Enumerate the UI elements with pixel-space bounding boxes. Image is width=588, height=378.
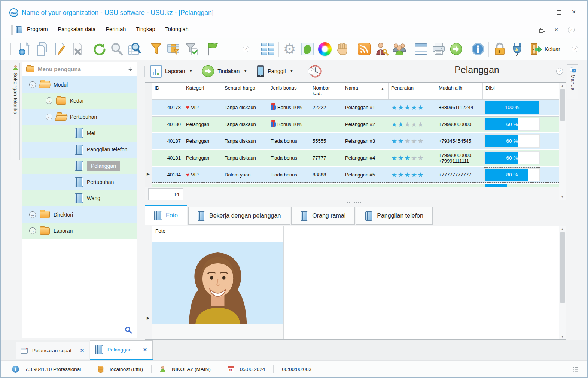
column-header-mudah-alih[interactable]: Mudah alih [436, 83, 483, 99]
export-button[interactable] [447, 40, 465, 58]
close-tab-icon[interactable]: ✕ [143, 347, 147, 353]
hand-button[interactable] [333, 40, 351, 58]
table-vertical-scrollbar[interactable]: ▲ ▼ [559, 83, 566, 200]
tree-item-pelanggan[interactable]: Pelanggan [22, 158, 137, 174]
print-button[interactable] [430, 40, 447, 58]
status-bar: i 7.3.9041.10 Professional localhost (ut… [1, 360, 587, 377]
tab-panggilan-telefon[interactable]: Panggilan telefon [356, 207, 433, 225]
horizontal-splitter[interactable] [347, 202, 362, 203]
column-header-jenis-bonus[interactable]: Jenis bonus [268, 83, 310, 99]
expanded-expander-icon[interactable]: → [46, 114, 52, 120]
menu-program[interactable]: Program [27, 26, 48, 32]
close-button[interactable]: × [571, 8, 577, 16]
users-group-button[interactable] [390, 40, 408, 58]
view-toolbar-overflow-button[interactable]: → [308, 68, 314, 75]
call-menu-button[interactable]: Panggil ▼ [257, 65, 293, 77]
table-row[interactable]: 40181PelangganTanpa diskaunTiada bonus77… [152, 150, 559, 166]
feed-button[interactable] [355, 40, 373, 58]
filter-columns-button[interactable] [165, 40, 182, 58]
tab-foto[interactable]: Foto [145, 205, 187, 225]
search-in-table-button[interactable] [125, 40, 143, 58]
close-tab-icon[interactable]: ✕ [80, 348, 84, 353]
scroll-up-icon[interactable]: ▲ [561, 226, 564, 232]
tab-pelanggan[interactable]: Pelanggan ✕ [90, 340, 153, 359]
maximize-button[interactable] [556, 9, 562, 16]
pin-icon[interactable] [128, 67, 133, 72]
toolbar-overflow-button[interactable]: → [243, 46, 249, 52]
actions-menu-label: Tindakan [217, 68, 240, 74]
column-header-nombor-kad[interactable]: Nombor kad. [310, 83, 342, 99]
info-button[interactable] [469, 40, 487, 58]
column-header-id[interactable]: ID [152, 83, 183, 99]
delete-record-button[interactable] [68, 40, 86, 58]
mdi-close-button[interactable]: × [555, 28, 558, 32]
table-view-button[interactable] [412, 40, 430, 58]
tab-pelancaran-cepat[interactable]: Pelancaran cepat ✕ [16, 342, 89, 359]
layout-grid-button[interactable] [259, 40, 277, 58]
tree-item-mel[interactable]: Mel [22, 125, 137, 141]
support-side-tab[interactable]: Sokongan teknikal [11, 63, 20, 160]
tree-item-kedai[interactable]: →Kedai [22, 93, 137, 109]
menu-tingkap[interactable]: Tingkap [136, 26, 155, 32]
toolbar-overflow-right-button[interactable]: → [572, 46, 578, 52]
table-row[interactable]: 40180PelangganTanpa diskaunBonus 10%Pela… [152, 116, 559, 132]
lock-button[interactable] [491, 40, 508, 58]
connection-button[interactable] [508, 40, 526, 58]
view-overflow-right-button[interactable]: → [556, 68, 563, 75]
menu-overflow-button[interactable]: → [568, 27, 575, 33]
scrollbar-thumb[interactable] [560, 89, 565, 121]
tab-orang-ramai[interactable]: Orang ramai [291, 207, 355, 225]
expanded-expander-icon[interactable]: → [29, 81, 36, 88]
column-header-diisi[interactable]: Diisi [483, 83, 541, 99]
map-button[interactable] [298, 40, 316, 58]
column-header-nama[interactable]: Nama▲ [342, 83, 389, 99]
scroll-down-icon[interactable]: ▼ [561, 194, 564, 200]
exit-button[interactable]: Keluar [528, 42, 560, 56]
mdi-restore-button[interactable] [540, 28, 545, 32]
version-info-icon[interactable]: i [12, 366, 19, 373]
menu-perintah[interactable]: Perintah [106, 26, 126, 32]
filter-button[interactable] [147, 40, 165, 58]
tree-item-laporan[interactable]: →Laporan [22, 223, 137, 239]
tree-item-modul[interactable]: →Modul [22, 76, 137, 93]
scroll-up-icon[interactable]: ▲ [561, 83, 564, 89]
table-row[interactable]: 40184♥VIPDalam yuanTiada bonus88888Pelan… [152, 167, 559, 183]
column-header-kategori[interactable]: Kategori [183, 83, 222, 99]
tree-item-panggilan-telefon[interactable]: Panggilan telefon. [22, 142, 137, 158]
tree-item-wang[interactable]: Wang [22, 190, 137, 206]
table-row[interactable]: 40187PelangganTanpa diskaunTiada bonus55… [152, 133, 559, 149]
tree-search-icon[interactable] [125, 326, 132, 334]
column-header-penarafan[interactable]: Penarafan [389, 83, 436, 99]
flag-button[interactable] [204, 40, 222, 58]
settings-button[interactable]: ⚙ [281, 40, 298, 58]
column-header-senarai-harga[interactable]: Senarai harga [222, 83, 268, 99]
collapsed-expander-icon[interactable]: → [46, 97, 52, 104]
photo-column-header[interactable]: Foto [152, 226, 284, 242]
collapsed-expander-icon[interactable]: → [29, 211, 36, 218]
copy-record-button[interactable] [33, 40, 51, 58]
photo-vertical-scrollbar[interactable]: ▲ ▼ [559, 226, 566, 339]
color-theme-button[interactable] [316, 40, 333, 58]
menu-pangkalan-data[interactable]: Pangkalan data [58, 26, 96, 32]
tree-item-pertubuhan[interactable]: →Pertubuhan [22, 109, 137, 125]
scrollbar-thumb[interactable] [560, 232, 565, 303]
actions-menu-button[interactable]: Tindakan ▼ [202, 65, 247, 77]
table-row[interactable]: 40178♥VIPTanpa diskaunBonus 10%22222Pela… [152, 99, 559, 115]
resize-grip[interactable] [572, 366, 578, 372]
tree-item-pertubuhan[interactable]: Pertubuhan [22, 174, 137, 190]
reports-menu-button[interactable]: Laporan ▼ [150, 65, 192, 78]
filter-confirm-button[interactable] [182, 40, 200, 58]
add-record-button[interactable] [16, 40, 33, 58]
refresh-button[interactable] [90, 40, 108, 58]
customer-photo[interactable] [152, 242, 284, 324]
edit-record-button[interactable] [51, 40, 68, 58]
scroll-down-icon[interactable]: ▼ [561, 333, 564, 339]
tree-item-direktori[interactable]: →Direktori [22, 206, 137, 223]
menu-tolonglah[interactable]: Tolonglah [165, 26, 188, 32]
tab-bekerja-dengan-pelanggan[interactable]: Bekerja dengan pelanggan [188, 207, 290, 225]
collapsed-expander-icon[interactable]: → [29, 227, 36, 234]
manual-side-tab[interactable]: ? Manual [567, 64, 578, 99]
user-access-button[interactable] [373, 40, 390, 58]
search-button[interactable] [108, 40, 125, 58]
mdi-minimize-button[interactable]: – [527, 27, 530, 33]
